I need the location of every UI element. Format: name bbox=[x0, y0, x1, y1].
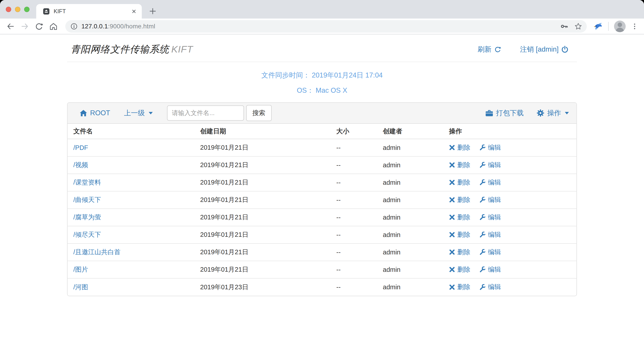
password-key-icon[interactable] bbox=[560, 22, 568, 30]
table-row: /倾尽天下 2019年01月21日 -- admin 删除 编辑 bbox=[68, 226, 576, 244]
edit-link[interactable]: 编辑 bbox=[480, 178, 501, 187]
file-date: 2019年01月21日 bbox=[194, 244, 330, 261]
file-creator: admin bbox=[377, 174, 443, 191]
url-text: 127.0.0.1:9000/home.html bbox=[82, 23, 155, 30]
window-controls bbox=[6, 7, 30, 12]
table-row: /视频 2019年01月21日 -- admin 删除 编辑 bbox=[68, 156, 576, 174]
os-label: OS： bbox=[297, 86, 314, 94]
delete-x-icon bbox=[449, 249, 455, 255]
table-header-row: 文件名 创建日期 大小 创建者 操作 bbox=[68, 124, 576, 139]
delete-x-icon bbox=[449, 267, 455, 273]
file-creator: admin bbox=[377, 244, 443, 261]
address-bar[interactable]: 127.0.0.1:9000/home.html bbox=[65, 20, 587, 33]
url-host: 127.0.0.1 bbox=[82, 23, 108, 30]
file-date: 2019年01月21日 bbox=[194, 139, 330, 156]
edit-link[interactable]: 编辑 bbox=[480, 195, 501, 204]
file-date: 2019年01月21日 bbox=[194, 174, 330, 191]
close-window-button[interactable] bbox=[6, 7, 11, 12]
root-label: ROOT bbox=[90, 109, 110, 117]
file-link[interactable]: /曲倾天下 bbox=[73, 196, 101, 203]
table-row: /且邀江山共白首 2019年01月21日 -- admin 删除 编辑 bbox=[68, 244, 576, 261]
wrench-icon bbox=[480, 214, 486, 220]
file-link[interactable]: /PDF bbox=[73, 144, 88, 151]
delete-link[interactable]: 删除 bbox=[449, 178, 470, 187]
bookmark-star-icon[interactable] bbox=[574, 22, 582, 30]
file-size: -- bbox=[330, 139, 377, 156]
plus-icon bbox=[149, 7, 156, 15]
edit-link[interactable]: 编辑 bbox=[480, 265, 501, 274]
wrench-icon bbox=[480, 162, 486, 168]
home-nav-icon[interactable] bbox=[49, 22, 58, 31]
edit-link[interactable]: 编辑 bbox=[480, 248, 501, 257]
file-link[interactable]: /倾尽天下 bbox=[73, 231, 101, 238]
delete-link[interactable]: 删除 bbox=[449, 265, 470, 274]
delete-label: 删除 bbox=[457, 143, 470, 152]
delete-label: 删除 bbox=[457, 230, 470, 239]
file-link[interactable]: /图片 bbox=[73, 266, 88, 273]
table-row: /PDF 2019年01月21日 -- admin 删除 编辑 bbox=[68, 139, 576, 156]
wrench-icon bbox=[480, 179, 486, 185]
minimize-window-button[interactable] bbox=[15, 7, 20, 12]
browser-menu-icon[interactable] bbox=[630, 22, 639, 30]
root-link[interactable]: ROOT bbox=[80, 109, 110, 117]
edit-link[interactable]: 编辑 bbox=[480, 161, 501, 170]
page-header: 青阳网络文件传输系统KIFT 刷新 注销 [admin] bbox=[67, 34, 577, 56]
search-button[interactable]: 搜索 bbox=[246, 105, 272, 121]
delete-link[interactable]: 删除 bbox=[449, 248, 470, 257]
edit-label: 编辑 bbox=[488, 265, 501, 274]
delete-label: 删除 bbox=[457, 178, 470, 187]
delete-link[interactable]: 删除 bbox=[449, 195, 470, 204]
delete-link[interactable]: 删除 bbox=[449, 213, 470, 222]
edit-label: 编辑 bbox=[488, 178, 501, 187]
reload-icon[interactable] bbox=[35, 22, 44, 31]
bird-extension-icon[interactable] bbox=[593, 22, 602, 31]
page-info-icon[interactable] bbox=[70, 22, 78, 30]
file-link[interactable]: /且邀江山共白首 bbox=[73, 248, 120, 256]
actions-menu-link[interactable]: 操作 bbox=[537, 108, 569, 118]
os-line: OS： Mac OS X bbox=[67, 86, 577, 95]
back-icon[interactable] bbox=[6, 22, 15, 31]
delete-link[interactable]: 删除 bbox=[449, 143, 470, 152]
delete-link[interactable]: 删除 bbox=[449, 230, 470, 239]
new-tab-button[interactable] bbox=[148, 6, 158, 16]
delete-label: 删除 bbox=[457, 213, 470, 222]
delete-link[interactable]: 删除 bbox=[449, 283, 470, 292]
tab-title: KIFT bbox=[54, 8, 130, 14]
file-link[interactable]: /河图 bbox=[73, 284, 88, 291]
browser-tab[interactable]: KIFT bbox=[36, 4, 142, 18]
edit-link[interactable]: 编辑 bbox=[480, 143, 501, 152]
search-input[interactable] bbox=[167, 105, 244, 121]
edit-label: 编辑 bbox=[488, 195, 501, 204]
refresh-link[interactable]: 刷新 bbox=[478, 45, 501, 54]
power-icon bbox=[561, 46, 568, 53]
wrench-icon bbox=[480, 267, 486, 273]
delete-x-icon bbox=[449, 284, 455, 290]
caret-down-icon bbox=[565, 112, 569, 114]
refresh-label: 刷新 bbox=[478, 45, 492, 54]
edit-link[interactable]: 编辑 bbox=[480, 213, 501, 222]
file-link[interactable]: /视频 bbox=[73, 161, 88, 168]
wrench-icon bbox=[480, 232, 486, 238]
parent-folder-link[interactable]: 上一级 bbox=[124, 108, 153, 118]
edit-label: 编辑 bbox=[488, 143, 501, 152]
file-creator: admin bbox=[377, 156, 443, 174]
profile-avatar[interactable] bbox=[614, 20, 626, 32]
col-header-creator: 创建者 bbox=[377, 124, 443, 139]
col-header-size: 大小 bbox=[330, 124, 377, 139]
delete-x-icon bbox=[449, 232, 455, 238]
file-link[interactable]: /腐草为萤 bbox=[73, 214, 101, 221]
package-download-link[interactable]: 打包下载 bbox=[486, 108, 524, 118]
forward-icon[interactable] bbox=[20, 22, 29, 31]
delete-label: 删除 bbox=[457, 248, 470, 257]
site-favicon-icon bbox=[43, 8, 50, 15]
delete-link[interactable]: 删除 bbox=[449, 161, 470, 170]
tab-close-icon[interactable] bbox=[130, 8, 137, 15]
edit-link[interactable]: 编辑 bbox=[480, 283, 501, 292]
delete-x-icon bbox=[449, 214, 455, 220]
file-toolbar: ROOT 上一级 搜索 打包下载 bbox=[68, 103, 576, 124]
page-content: 青阳网络文件传输系统KIFT 刷新 注销 [admin] bbox=[0, 34, 644, 361]
fullscreen-window-button[interactable] bbox=[24, 7, 30, 12]
logout-link[interactable]: 注销 [admin] bbox=[520, 45, 568, 54]
file-link[interactable]: /课堂资料 bbox=[73, 179, 101, 186]
edit-link[interactable]: 编辑 bbox=[480, 230, 501, 239]
